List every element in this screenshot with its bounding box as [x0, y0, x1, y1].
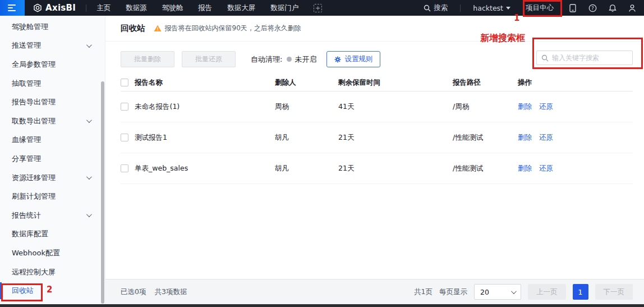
report-path: /周杨	[453, 102, 518, 112]
main-content: 回收站 报告将在回收站内保留90天，之后将永久删除 批量删除 批量还原 自动清理…	[105, 16, 644, 304]
auto-clean-status: 自动清理: 未开启	[251, 54, 316, 65]
batch-delete-button[interactable]: 批量删除	[121, 51, 174, 67]
select-all-checkbox[interactable]	[121, 79, 128, 86]
nav-item-bigscreen[interactable]: 数据大屏	[227, 3, 255, 13]
nav-item-portal[interactable]: 数据门户	[270, 3, 298, 13]
col-deleted-by: 删除人	[275, 78, 338, 88]
sidebar-item-report-export[interactable]: 报告导出管理	[0, 93, 105, 112]
sidebar-item-share-mgmt[interactable]: 分享管理	[0, 149, 105, 168]
table-row: 未命名报告(1) 周杨 41天 /周杨 删除还原	[121, 91, 633, 122]
sidebar-item-push-mgmt[interactable]: 推送管理	[0, 36, 105, 56]
row-checkbox[interactable]	[121, 103, 128, 111]
report-name: 单表_web_sales	[135, 164, 275, 173]
sidebar-item-report-stats[interactable]: 报告统计	[0, 206, 105, 225]
navbar-right: 搜索 hacktest 项目中心 ?	[424, 3, 644, 13]
nav-item-report[interactable]: 报告	[198, 3, 212, 13]
sidebar-item-lineage-mgmt[interactable]: 血缘管理	[0, 131, 105, 150]
sidebar-item-db-config[interactable]: 数据库配置	[0, 225, 105, 244]
user-menu[interactable]: hacktest	[473, 4, 510, 12]
project-center-button[interactable]: 项目中心	[522, 3, 557, 13]
remaining-time: 21天	[338, 133, 453, 143]
col-remaining: 剩余保留时间	[338, 78, 453, 88]
device-icon[interactable]	[569, 4, 577, 12]
row-checkbox[interactable]	[121, 134, 128, 141]
sidebar-item-data-export[interactable]: 取数导出管理	[0, 112, 105, 131]
sidebar-scrollbar[interactable]	[101, 81, 104, 304]
sidebar: 驾驶舱管理 推送管理 全局参数管理 抽取管理 报告导出管理 取数导出管理 血缘管…	[0, 16, 105, 304]
delete-link[interactable]: 删除	[518, 133, 532, 141]
pagination: 共1页 每页显示 20 上一页 1 下一页	[414, 284, 633, 300]
sidebar-item-resource-migration[interactable]: 资源迁移管理	[0, 168, 105, 187]
nav-item-dashboard[interactable]: 驾驶舱	[162, 3, 183, 13]
deleted-by: 周杨	[275, 102, 338, 112]
svg-text:?: ?	[591, 5, 594, 11]
chevron-down-icon	[511, 288, 517, 294]
top-menu: 主页 数据源 驾驶舱 报告 数据大屏 数据门户	[96, 3, 298, 13]
sidebar-item-dashboard-mgmt[interactable]: 驾驶舱管理	[0, 17, 105, 36]
help-icon[interactable]: ?	[588, 4, 597, 12]
search-icon	[424, 4, 431, 12]
table-row: 单表_web_sales 胡凡 21天 /性能测试 删除还原	[121, 153, 633, 184]
delete-link[interactable]: 删除	[518, 102, 532, 111]
sidebar-item-global-params[interactable]: 全局参数管理	[0, 55, 105, 74]
menu-toggle-icon[interactable]	[0, 0, 25, 16]
remaining-time: 21天	[338, 164, 453, 173]
total-count: 共3项数据	[154, 287, 187, 297]
chevron-down-icon	[506, 7, 510, 10]
deleted-by: 胡凡	[275, 164, 338, 173]
divider	[460, 4, 461, 12]
nav-item-datasource[interactable]: 数据源	[126, 3, 147, 13]
restore-link[interactable]: 还原	[539, 133, 553, 141]
top-navbar: AxisBI 主页 数据源 驾驶舱 报告 数据大屏 数据门户 + 搜索 hack…	[0, 0, 644, 16]
divider	[105, 41, 644, 42]
delete-link[interactable]: 删除	[518, 164, 532, 172]
window-bottom-edge	[0, 304, 644, 307]
table-footer: 已选0项 共3项数据 共1页 每页显示 20 上一页 1 下一页	[105, 279, 644, 304]
next-page-button[interactable]: 下一页	[595, 284, 633, 300]
page-title: 回收站	[121, 23, 145, 34]
report-path: /性能测试	[453, 133, 518, 143]
warning-icon	[154, 25, 162, 32]
report-name: 未命名报告(1)	[135, 102, 275, 112]
status-dot-icon	[287, 57, 292, 62]
set-rules-button[interactable]: 设置规则	[326, 51, 380, 67]
col-report-name: 报告名称	[135, 78, 275, 88]
sidebar-item-refresh-plan[interactable]: 刷新计划管理	[0, 187, 105, 206]
logo-hexagon-icon	[33, 3, 42, 12]
batch-restore-button[interactable]: 批量还原	[182, 51, 236, 67]
logo-text: AxisBI	[45, 3, 76, 13]
report-name: 测试报告1	[135, 133, 275, 143]
deleted-by: 胡凡	[275, 133, 338, 143]
sidebar-item-recycle-bin[interactable]: 回收站	[0, 281, 105, 300]
report-path: /性能测试	[453, 164, 518, 173]
sidebar-item-webhook-config[interactable]: Webhook配置	[0, 244, 105, 263]
chevron-down-icon	[86, 212, 92, 217]
col-path: 报告路径	[453, 78, 518, 88]
bell-icon[interactable]	[609, 4, 617, 12]
add-tab-icon[interactable]: +	[314, 4, 322, 12]
sidebar-item-extract-mgmt[interactable]: 抽取管理	[0, 74, 105, 93]
row-checkbox[interactable]	[121, 164, 128, 172]
restore-link[interactable]: 还原	[539, 164, 553, 172]
gear-icon	[334, 56, 341, 63]
nav-item-home[interactable]: 主页	[96, 3, 111, 13]
chevron-down-icon	[86, 174, 92, 180]
restore-link[interactable]: 还原	[539, 102, 553, 111]
table-row: 测试报告1 胡凡 21天 /性能测试 删除还原	[121, 122, 633, 153]
app-logo: AxisBI	[33, 3, 76, 13]
search-icon	[541, 54, 549, 62]
user-icon[interactable]	[628, 4, 636, 12]
sidebar-item-remote-bigscreen[interactable]: 远程控制大屏	[0, 263, 105, 282]
col-actions: 操作	[518, 78, 633, 88]
keyword-search-box[interactable]	[536, 51, 633, 65]
total-pages: 共1页	[414, 287, 433, 297]
retention-warning: 报告将在回收站内保留90天，之后将永久删除	[154, 24, 301, 33]
prev-page-button[interactable]: 上一页	[528, 284, 566, 300]
page-size-select[interactable]: 20	[474, 284, 521, 300]
chevron-down-icon	[86, 42, 92, 48]
current-page-button[interactable]: 1	[573, 284, 588, 300]
keyword-search-input[interactable]	[552, 54, 628, 62]
divider	[86, 4, 86, 12]
global-search-button[interactable]: 搜索	[424, 3, 448, 13]
remaining-time: 41天	[338, 102, 453, 112]
